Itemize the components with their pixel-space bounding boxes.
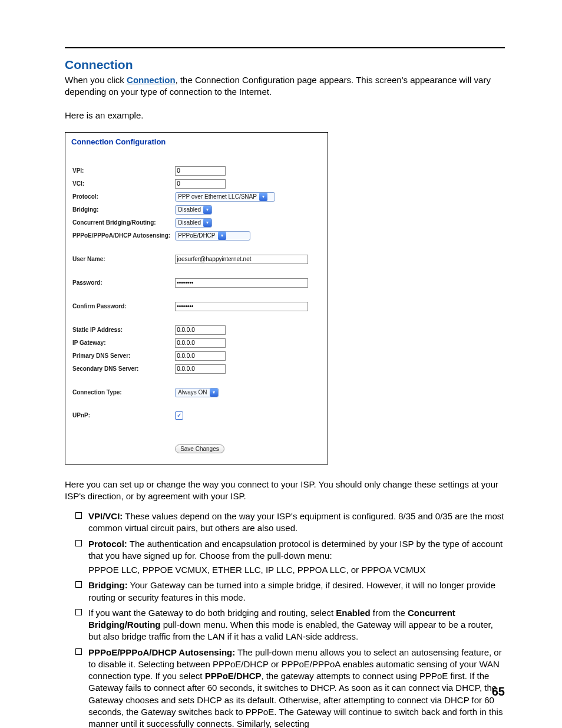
bullet-concurrent-enabled: Enabled [336, 608, 370, 618]
bullet-concurrent-pre: If you want the Gateway to do both bridg… [88, 608, 336, 618]
bullet-protocol-text: The authentication and encapsulation pro… [88, 539, 503, 561]
confirm-password-input[interactable] [175, 302, 308, 311]
password-input[interactable] [175, 278, 308, 288]
bullet-protocol-sub: PPPOE LLC, PPPOE VCMUX, ETHER LLC, IP LL… [88, 564, 505, 576]
connection-config-panel: Connection Configuration VPI: VCI: Proto… [65, 132, 328, 465]
upnp-label: UPnP: [72, 410, 174, 421]
bullet-autosensing-bold: PPPoE/DHCP [205, 671, 262, 681]
bullet-bridging: Bridging: Your Gateway can be turned int… [75, 579, 505, 604]
static-ip-label: Static IP Address: [72, 324, 174, 336]
autosense-label: PPPoE/PPPoA/DHCP Autosensing: [72, 230, 174, 242]
panel-title: Connection Configuration [71, 137, 322, 146]
bullet-vpi-vci: VPI/VCI: These values depend on the way … [75, 510, 505, 535]
secondary-dns-label: Secondary DNS Server: [72, 363, 174, 375]
save-changes-button[interactable]: Save Changes [175, 444, 224, 453]
dropdown-icon: ▾ [259, 193, 267, 201]
protocol-label: Protocol: [72, 191, 174, 203]
bullet-bridging-text: Your Gateway can be turned into a simple… [88, 580, 495, 602]
vpi-label: VPI: [72, 165, 174, 177]
secondary-dns-input[interactable] [175, 364, 226, 374]
bullet-protocol: Protocol: The authentication and encapsu… [75, 538, 505, 577]
protocol-select[interactable]: PPP over Ethernet LLC/SNAP ▾ [175, 192, 275, 202]
vci-label: VCI: [72, 178, 174, 190]
bullet-autosensing-label: PPPoE/PPPoA/DHCP Autosensing: [88, 647, 235, 657]
bullet-concurrent-mid: from the [371, 608, 408, 618]
protocol-select-value: PPP over Ethernet LLC/SNAP [178, 193, 259, 200]
primary-dns-label: Primary DNS Server: [72, 350, 174, 362]
concurrent-label: Concurrent Bridging/Routing: [72, 217, 174, 229]
bullet-protocol-label: Protocol: [88, 539, 127, 549]
dropdown-icon: ▾ [203, 206, 211, 214]
connection-link[interactable]: Connection [127, 75, 176, 85]
static-ip-input[interactable] [175, 325, 226, 335]
bullet-list: VPI/VCI: These values depend on the way … [65, 510, 505, 728]
password-label: Password: [72, 277, 174, 289]
section-heading: Connection [65, 58, 505, 72]
page-number: 65 [492, 685, 505, 699]
bullet-concurrent: If you want the Gateway to do both bridg… [75, 607, 505, 643]
username-label: User Name: [72, 253, 174, 265]
bridging-select[interactable]: Disabled ▾ [175, 205, 212, 215]
confirm-password-label: Confirm Password: [72, 301, 174, 312]
bridging-label: Bridging: [72, 204, 174, 216]
upnp-checkbox[interactable]: ✓ [175, 411, 183, 420]
autosense-select[interactable]: PPPoE/DHCP ▾ [175, 231, 250, 241]
post-panel-paragraph: Here you can set up or change the way yo… [65, 479, 505, 503]
bullet-autosensing: PPPoE/PPPoA/DHCP Autosensing: The pull-d… [75, 647, 505, 729]
connection-type-select[interactable]: Always ON ▾ [175, 388, 218, 397]
connection-type-select-value: Always ON [178, 389, 209, 396]
dropdown-icon: ▾ [218, 232, 226, 240]
intro-text-pre: When you click [65, 75, 127, 85]
vci-input[interactable] [175, 179, 226, 189]
ip-gateway-input[interactable] [175, 338, 226, 348]
bullet-vpi-vci-text: These values depend on the way your ISP'… [88, 511, 504, 533]
intro-paragraph: When you click Connection, the Connectio… [65, 74, 505, 98]
bridging-select-value: Disabled [178, 206, 203, 213]
concurrent-select-value: Disabled [178, 219, 203, 226]
autosense-select-value: PPPoE/DHCP [178, 232, 217, 239]
vpi-input[interactable] [175, 166, 226, 176]
connection-type-label: Connection Type: [72, 387, 174, 398]
dropdown-icon: ▾ [203, 219, 211, 227]
bullet-bridging-label: Bridging: [88, 580, 128, 590]
dropdown-icon: ▾ [210, 388, 218, 397]
config-form-table: VPI: VCI: Protocol: PPP over Ethernet LL… [71, 164, 312, 456]
ip-gateway-label: IP Gateway: [72, 337, 174, 349]
example-label: Here is an example. [65, 110, 505, 120]
username-input[interactable] [175, 255, 308, 264]
primary-dns-input[interactable] [175, 351, 226, 361]
bullet-vpi-vci-label: VPI/VCI: [88, 511, 123, 521]
concurrent-select[interactable]: Disabled ▾ [175, 218, 212, 228]
